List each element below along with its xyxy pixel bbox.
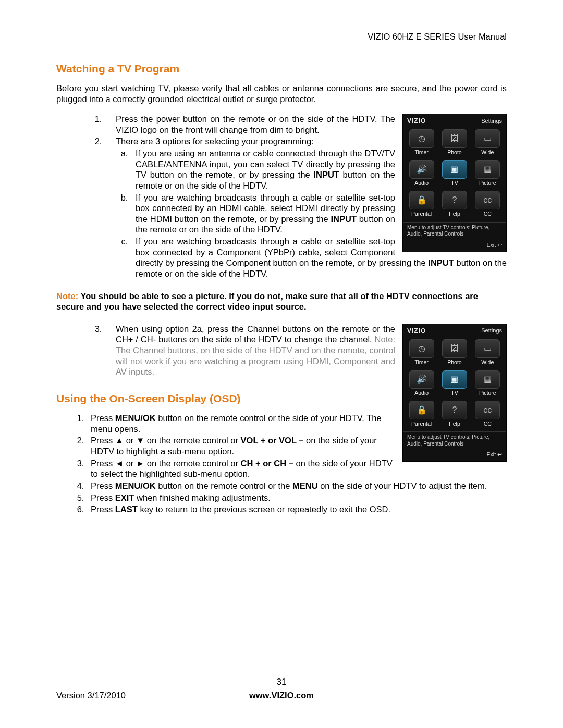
page-footer: 31 Version 3/17/2010 www.VIZIO.com <box>56 676 507 701</box>
osd-step-5: Press EXIT when finished making adjustme… <box>87 492 507 503</box>
heading-watching-tv: Watching a TV Program <box>56 62 507 76</box>
speaker-icon: 🔊 <box>409 370 434 389</box>
tv-icon: ▣ <box>442 160 467 179</box>
intro-paragraph: Before you start watching TV, please ver… <box>56 83 507 104</box>
help-icon: ? <box>442 401 467 419</box>
osd-tile-photo: 🖼Photo <box>439 128 470 157</box>
bold-input-2: INPUT <box>331 214 357 224</box>
osd-tile-help: ?Help <box>439 190 470 218</box>
osd-tile-cc: ccCC <box>472 190 503 218</box>
osd-screenshot-2: VIZIO Settings ◷Timer 🖼Photo ▭Wide 🔊Audi… <box>402 324 507 462</box>
osd-exit-label: Exit ↩ <box>403 239 506 249</box>
bold-input-3: INPUT <box>428 258 454 267</box>
osd2-tile-help: ?Help <box>439 400 470 428</box>
osd-description-2: Menu to adjust TV controls; Picture, Aud… <box>403 431 506 448</box>
step-3-text: When using option 2a, press the Channel … <box>116 324 395 344</box>
picture-icon: ▦ <box>475 160 500 179</box>
osd2-tile-cc: ccCC <box>472 400 503 428</box>
osd-header-right: Settings <box>481 118 502 125</box>
osd2-tile-tv: ▣TV <box>439 369 470 398</box>
footer-website: www.VIZIO.com <box>206 690 357 701</box>
osd-screenshot-1: VIZIO Settings ◷Timer 🖼Photo ▭Wide 🔊Audi… <box>402 114 507 252</box>
osd-tile-wide: ▭Wide <box>472 128 503 157</box>
osd-description: Menu to adjust TV controls; Picture, Aud… <box>403 222 506 239</box>
note-paragraph: Note: You should be able to see a pictur… <box>56 291 507 312</box>
osd2-tile-wide: ▭Wide <box>472 338 503 367</box>
page-number: 31 <box>56 676 507 687</box>
lock-icon: 🔒 <box>409 191 434 209</box>
footer-version: Version 3/17/2010 <box>56 690 206 701</box>
osd2-tile-audio: 🔊Audio <box>407 369 437 398</box>
osd-exit-label-2: Exit ↩ <box>403 448 506 458</box>
step-2-lead: There are 3 options for selecting your p… <box>116 137 314 146</box>
wide-icon: ▭ <box>475 129 500 148</box>
osd-tile-audio: 🔊Audio <box>407 159 437 188</box>
osd2-tile-parental: 🔒Parental <box>407 400 437 428</box>
osd2-tile-picture: ▦Picture <box>472 369 503 398</box>
clock-icon: ◷ <box>409 339 434 358</box>
steps-block-2: VIZIO Settings ◷Timer 🖼Photo ▭Wide 🔊Audi… <box>56 324 507 516</box>
speaker-icon: 🔊 <box>409 160 434 179</box>
osd-logo-2: VIZIO <box>407 327 426 335</box>
bold-input-1: INPUT <box>313 170 339 179</box>
cc-icon: cc <box>475 191 500 209</box>
photo-icon: 🖼 <box>442 339 467 358</box>
cc-icon: cc <box>475 401 500 419</box>
photo-icon: 🖼 <box>442 129 467 148</box>
osd-tile-timer: ◷Timer <box>407 128 437 157</box>
osd-step-6: Press LAST key to return to the previous… <box>87 504 507 515</box>
page-body: VIZIO 60HZ E SERIES User Manual Watching… <box>0 0 563 537</box>
osd-step-4: Press MENU/OK button on the remote contr… <box>87 480 507 491</box>
clock-icon: ◷ <box>409 129 434 148</box>
osd-tile-parental: 🔒Parental <box>407 190 437 218</box>
osd2-tile-photo: 🖼Photo <box>439 338 470 367</box>
osd-header-right-2: Settings <box>481 327 502 335</box>
wide-icon: ▭ <box>475 339 500 358</box>
note-label: Note: <box>56 291 80 301</box>
help-icon: ? <box>442 191 467 209</box>
picture-icon: ▦ <box>475 370 500 389</box>
tv-icon: ▣ <box>442 370 467 389</box>
lock-icon: 🔒 <box>409 401 434 419</box>
manual-title: VIZIO 60HZ E SERIES User Manual <box>56 31 507 42</box>
osd-tile-tv: ▣TV <box>439 159 470 188</box>
osd-tile-picture: ▦Picture <box>472 159 503 188</box>
steps-block-1: VIZIO Settings ◷Timer 🖼Photo ▭Wide 🔊Audi… <box>56 114 507 281</box>
osd2-tile-timer: ◷Timer <box>407 338 437 367</box>
note-body: You should be able to see a picture. If … <box>56 291 478 312</box>
osd-logo: VIZIO <box>407 117 426 125</box>
